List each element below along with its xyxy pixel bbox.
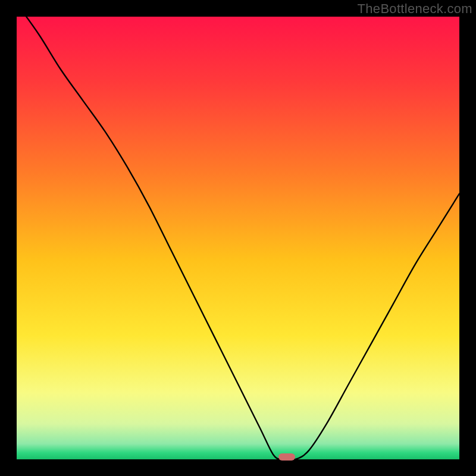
plot-frame xyxy=(17,17,459,459)
optimal-marker xyxy=(278,453,295,461)
watermark-text: TheBottleneck.com xyxy=(358,1,472,17)
gradient-background xyxy=(17,17,459,459)
bottleneck-chart xyxy=(17,17,459,459)
chart-container: TheBottleneck.com xyxy=(0,0,476,476)
